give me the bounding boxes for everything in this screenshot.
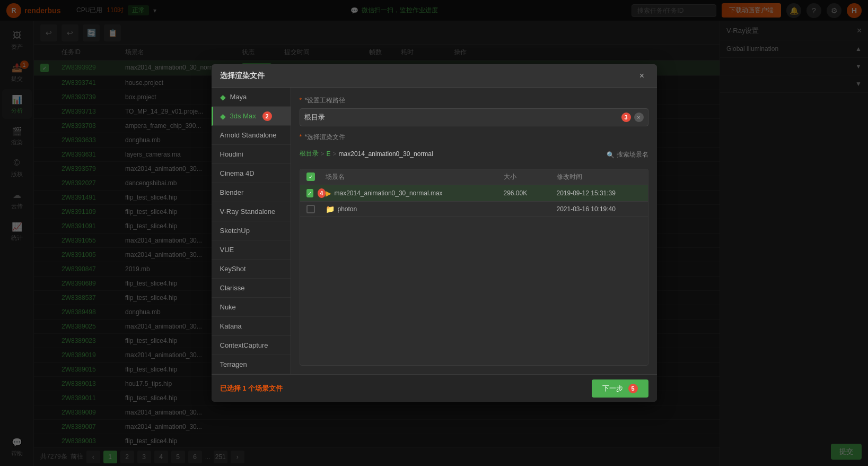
sidebar-item-3dsmax[interactable]: ◆ 3ds Max 2 — [212, 107, 291, 126]
breadcrumb-folder: max2014_animation0_30_normal — [339, 150, 433, 158]
file-nav-row: 根目录 > E > max2014_animation0_30_normal 🔍… — [300, 149, 648, 160]
3dsmax-icon: ◆ — [220, 112, 226, 120]
file-name-1: max2014_animation0_30_normal.max — [335, 189, 443, 197]
breadcrumb-root[interactable]: 根目录 — [300, 149, 319, 158]
sidebar-item-katana[interactable]: Katana — [212, 317, 291, 336]
breadcrumb-sep-1: > — [321, 150, 325, 158]
maya-label: Maya — [230, 93, 247, 101]
file-type-icon: ▶ — [326, 189, 331, 197]
katana-label: Katana — [220, 322, 242, 330]
sidebar-item-keyshot[interactable]: KeyShot — [212, 260, 291, 279]
sidebar-item-sketchup[interactable]: SketchUp — [212, 221, 291, 240]
status-text: 已选择 — [220, 384, 241, 392]
select-all-checkbox[interactable]: ✓ — [306, 172, 315, 181]
search-icon: 🔍 — [607, 151, 615, 159]
next-step-badge: 5 — [628, 384, 638, 393]
modal-main-content: *设置工程路径 3 × *选择渲染文件 — [291, 88, 657, 374]
sidebar-item-vue[interactable]: VUE — [212, 240, 291, 260]
sidebar-item-nuke[interactable]: Nuke — [212, 298, 291, 317]
modal-overlay: 选择渲染文件 × ◆ Maya ◆ 3ds Max 2 Arnold Stand… — [0, 0, 868, 466]
clarisse-label: Clarisse — [220, 284, 245, 292]
breadcrumb-e[interactable]: E — [327, 150, 331, 158]
modal-header: 选择渲染文件 × — [212, 64, 657, 88]
modal-footer: 已选择 1 个场景文件 下一步 5 — [212, 374, 657, 402]
sidebar-item-blender[interactable]: Blender — [212, 183, 291, 202]
file-checkbox-2[interactable] — [306, 205, 315, 213]
select-file-section: *选择渲染文件 根目录 > E > max2014_animation0_30_… — [300, 133, 648, 366]
selected-count: 1 — [242, 384, 246, 392]
file-row-photon[interactable]: 📁 photon 2021-03-16 10:19:40 — [300, 202, 648, 217]
footer-status: 已选择 1 个场景文件 — [220, 384, 283, 393]
vue-label: VUE — [220, 246, 234, 254]
modal-title: 选择渲染文件 — [220, 71, 265, 81]
col-check: ✓ — [306, 172, 326, 182]
file-checkbox-1[interactable]: ✓ — [306, 189, 314, 197]
modal-body: ◆ Maya ◆ 3ds Max 2 Arnold Standalone Hou… — [212, 88, 657, 374]
folder-icon: 📁 — [326, 205, 335, 213]
houdini-label: Houdini — [220, 150, 243, 158]
3dsmax-label: 3ds Max — [230, 112, 256, 120]
sidebar-item-terragen[interactable]: Terragen — [212, 355, 291, 374]
next-btn-label: 下一步 — [602, 384, 623, 393]
file-row-max[interactable]: ✓ 4 ▶ max2014_animation0_30_normal.max 2… — [300, 185, 648, 202]
terragen-label: Terragen — [220, 360, 247, 368]
sidebar-item-maya[interactable]: ◆ Maya — [212, 88, 291, 107]
project-path-label: *设置工程路径 — [300, 96, 648, 105]
sidebar-item-houdini[interactable]: Houdini — [212, 145, 291, 164]
keyshot-label: KeyShot — [220, 265, 246, 273]
next-step-button[interactable]: 下一步 5 — [592, 379, 648, 398]
path-input-wrapper: 3 × — [300, 108, 648, 126]
nuke-label: Nuke — [220, 303, 236, 311]
maya-icon: ◆ — [220, 93, 226, 101]
modal-close-button[interactable]: × — [636, 70, 648, 82]
arnold-label: Arnold Standalone — [220, 131, 277, 139]
file-breadcrumb: 根目录 > E > max2014_animation0_30_normal — [300, 149, 433, 158]
file-table-header: ✓ 场景名 大小 修改时间 — [300, 169, 648, 185]
sidebar-item-cinema4d[interactable]: Cinema 4D — [212, 164, 291, 183]
contextcapture-label: ContextCapture — [220, 341, 268, 349]
file-modified-1: 2019-09-12 15:31:39 — [557, 189, 642, 197]
sketchup-label: SketchUp — [220, 227, 250, 235]
modal-sidebar: ◆ Maya ◆ 3ds Max 2 Arnold Standalone Hou… — [212, 88, 291, 374]
3dsmax-badge: 2 — [262, 111, 272, 121]
file-table: ✓ 场景名 大小 修改时间 ✓ 4 — [300, 169, 648, 366]
file-badge-4: 4 — [318, 188, 325, 198]
folder-name-1: photon — [338, 205, 357, 213]
project-path-section: *设置工程路径 3 × — [300, 96, 648, 126]
path-clear-button[interactable]: × — [634, 113, 644, 122]
select-render-file-modal: 选择渲染文件 × ◆ Maya ◆ 3ds Max 2 Arnold Stand… — [212, 64, 657, 402]
select-file-label: *选择渲染文件 — [300, 133, 648, 142]
sidebar-item-arnold[interactable]: Arnold Standalone — [212, 126, 291, 145]
sidebar-item-clarisse[interactable]: Clarisse — [212, 279, 291, 298]
breadcrumb-sep-2: > — [333, 150, 337, 158]
search-label: 搜索场景名 — [617, 150, 648, 159]
project-path-input[interactable] — [304, 114, 616, 122]
col-size: 大小 — [504, 172, 557, 182]
project-path-badge: 3 — [621, 113, 631, 122]
cinema4d-label: Cinema 4D — [220, 169, 255, 177]
folder-modified-1: 2021-03-16 10:19:40 — [557, 205, 642, 213]
sidebar-item-vray[interactable]: V-Ray Standalone — [212, 202, 291, 221]
col-scene-name: 场景名 — [326, 172, 504, 182]
file-search[interactable]: 🔍 搜索场景名 — [607, 150, 648, 159]
col-modified: 修改时间 — [557, 172, 642, 182]
blender-label: Blender — [220, 188, 244, 196]
sidebar-item-contextcapture[interactable]: ContextCapture — [212, 336, 291, 355]
vray-label: V-Ray Standalone — [220, 208, 276, 215]
unit-text: 个场景文件 — [248, 384, 283, 392]
file-size-1: 296.00K — [504, 189, 557, 197]
